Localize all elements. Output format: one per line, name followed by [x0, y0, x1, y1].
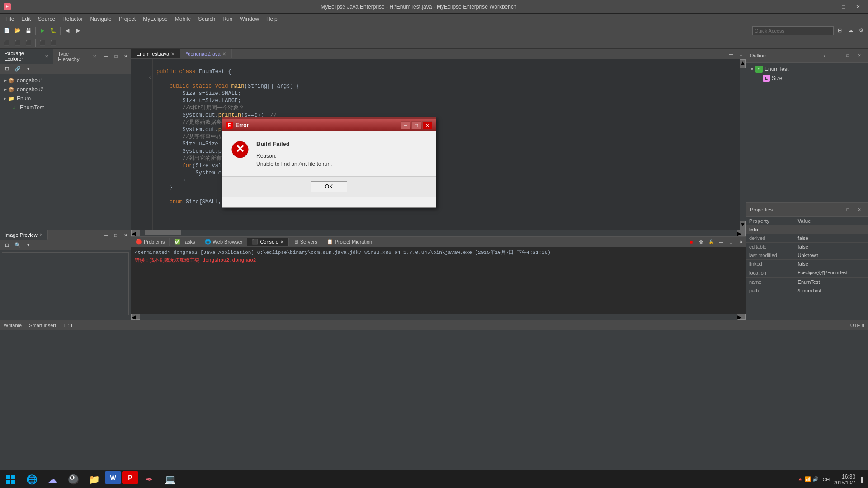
- img-close[interactable]: ✕: [121, 230, 131, 240]
- vscroll-down[interactable]: ▼: [740, 221, 746, 230]
- console-scroll-lock[interactable]: 🔒: [706, 237, 716, 247]
- editor-hscrollbar[interactable]: ◀ ▶: [131, 230, 746, 236]
- menu-refactor[interactable]: Refactor: [59, 15, 86, 23]
- taskbar-terminal[interactable]: 💻: [160, 471, 180, 488]
- tab-servers[interactable]: 🖥 Servers: [289, 238, 322, 246]
- menu-window[interactable]: Window: [236, 15, 263, 23]
- hscroll-left[interactable]: ◀: [131, 230, 140, 236]
- menu-run[interactable]: Run: [219, 15, 236, 23]
- outline-maximize[interactable]: □: [843, 51, 853, 61]
- menu-help[interactable]: Help: [263, 15, 281, 23]
- tab-dongnao2-java[interactable]: *dongnao2.java ✕: [180, 49, 231, 58]
- myeclipse-btn[interactable]: ☁: [845, 26, 855, 36]
- outline-enumtest[interactable]: ▼ C EnumTest: [748, 65, 866, 74]
- outline-size[interactable]: E Size: [755, 74, 866, 83]
- vscroll-up[interactable]: ▲: [740, 59, 746, 68]
- taskbar-cloud[interactable]: ☁: [42, 471, 62, 488]
- tab-web-browser[interactable]: 🌐 Web Browser: [200, 238, 248, 246]
- pkg-link[interactable]: 🔗: [13, 64, 23, 74]
- outline-sort[interactable]: ↕: [819, 51, 829, 61]
- dialog-close-btn[interactable]: ✕: [422, 121, 432, 129]
- tab-console[interactable]: ⬛ Console ✕: [247, 238, 288, 246]
- debug-button[interactable]: 🐛: [48, 26, 58, 36]
- tree-item-dongshou1[interactable]: ▶ 📦 dongshou1: [2, 76, 129, 85]
- tab-tasks[interactable]: ✅ Tasks: [170, 238, 200, 246]
- editor-minimize[interactable]: —: [726, 49, 736, 59]
- close-dongnao2-tab[interactable]: ✕: [222, 52, 226, 56]
- prop-maximize[interactable]: □: [843, 205, 853, 215]
- con-hscroll-right[interactable]: ▶: [737, 314, 746, 320]
- menu-myeclipse[interactable]: MyEclipse: [139, 15, 171, 23]
- panel-close[interactable]: ✕: [121, 52, 131, 61]
- con-hscroll-track[interactable]: [140, 314, 737, 320]
- menu-file[interactable]: File: [2, 15, 18, 23]
- menu-source[interactable]: Source: [34, 15, 59, 23]
- console-minimize[interactable]: —: [716, 237, 726, 247]
- tb2-btn2[interactable]: ⬛: [13, 38, 23, 48]
- tab-project-migration[interactable]: 📋 Project Migration: [322, 238, 377, 246]
- open-button[interactable]: 📂: [13, 26, 23, 36]
- img-maximize[interactable]: □: [111, 230, 121, 240]
- taskbar-word[interactable]: W: [105, 471, 121, 484]
- taskbar-folder[interactable]: 📁: [84, 471, 104, 488]
- pkg-menu[interactable]: ▾: [24, 64, 33, 74]
- img-btn3[interactable]: ▾: [24, 240, 33, 250]
- outline-minimize[interactable]: —: [831, 51, 841, 61]
- menu-project[interactable]: Project: [115, 15, 139, 23]
- restore-button[interactable]: □: [837, 2, 850, 11]
- tree-item-dongshou2[interactable]: ▶ 📦 dongshou2: [2, 85, 129, 94]
- taskbar-ie[interactable]: 🌐: [22, 471, 42, 488]
- tab-package-explorer[interactable]: Package Explorer ✕: [0, 49, 53, 64]
- taskbar-pdf[interactable]: P: [122, 471, 138, 484]
- tree-item-enumtest[interactable]: J EnumTest: [2, 103, 129, 112]
- settings-button[interactable]: ⚙: [856, 26, 866, 36]
- panel-minimize[interactable]: —: [101, 52, 111, 61]
- hscroll-thumb[interactable]: [145, 230, 181, 235]
- tb2-btn4[interactable]: ⬛: [38, 38, 47, 48]
- taskbar-myeclipse[interactable]: ✒: [139, 471, 159, 488]
- img-minimize[interactable]: —: [101, 230, 111, 240]
- panel-maximize[interactable]: □: [111, 52, 121, 61]
- menu-navigate[interactable]: Navigate: [86, 15, 115, 23]
- pkg-collapse[interactable]: ⊟: [2, 64, 12, 74]
- menu-edit[interactable]: Edit: [18, 15, 34, 23]
- console-clear[interactable]: 🗑: [696, 237, 706, 247]
- tab-image-preview[interactable]: Image Preview ✕: [0, 230, 48, 240]
- run-button[interactable]: ▶: [38, 26, 47, 36]
- tb2-btn5[interactable]: ⬛: [48, 38, 58, 48]
- perspective-button[interactable]: ⊞: [835, 26, 844, 36]
- img-btn2[interactable]: 🔍: [13, 240, 23, 250]
- con-hscroll-left[interactable]: ◀: [131, 314, 140, 320]
- menu-search[interactable]: Search: [194, 15, 219, 23]
- close-image-tab[interactable]: ✕: [39, 232, 43, 237]
- taskbar-8ball[interactable]: 🎱: [63, 471, 83, 488]
- close-pkg-tab[interactable]: ✕: [45, 54, 48, 59]
- quick-access-input[interactable]: [752, 26, 834, 35]
- new-button[interactable]: 📄: [2, 26, 12, 36]
- menu-mobile[interactable]: Mobile: [171, 15, 194, 23]
- close-console-tab[interactable]: ✕: [280, 239, 284, 244]
- close-hier-tab[interactable]: ✕: [93, 54, 96, 59]
- save-button[interactable]: 💾: [24, 26, 33, 36]
- hscroll-right[interactable]: ▶: [737, 230, 746, 236]
- back-button[interactable]: ◀: [62, 26, 72, 36]
- dialog-restore-btn[interactable]: □: [411, 121, 421, 129]
- editor-maximize[interactable]: □: [736, 49, 746, 59]
- close-enumtest-tab[interactable]: ✕: [171, 52, 175, 56]
- console-close[interactable]: ✕: [736, 237, 746, 247]
- tab-enumtest-java[interactable]: EnumTest.java ✕: [131, 49, 180, 58]
- outline-close[interactable]: ✕: [854, 51, 864, 61]
- prop-minimize[interactable]: —: [831, 205, 841, 215]
- minimize-button[interactable]: ─: [823, 2, 835, 11]
- taskbar-show-desktop[interactable]: ▐: [859, 477, 863, 482]
- tb2-btn3[interactable]: ⬛: [24, 38, 33, 48]
- tab-problems[interactable]: 🔴 Problems: [131, 238, 170, 246]
- start-button[interactable]: [2, 471, 20, 488]
- tree-item-enum[interactable]: ▶ 📁 Enum: [2, 94, 129, 103]
- editor-vscrollbar[interactable]: ▲ ▼: [740, 59, 746, 230]
- console-hscrollbar[interactable]: ◀ ▶: [131, 314, 746, 320]
- dialog-minimize-btn[interactable]: ─: [401, 121, 410, 129]
- prop-close[interactable]: ✕: [854, 205, 864, 215]
- img-btn1[interactable]: ⊟: [2, 240, 12, 250]
- vscroll-track[interactable]: [740, 68, 746, 221]
